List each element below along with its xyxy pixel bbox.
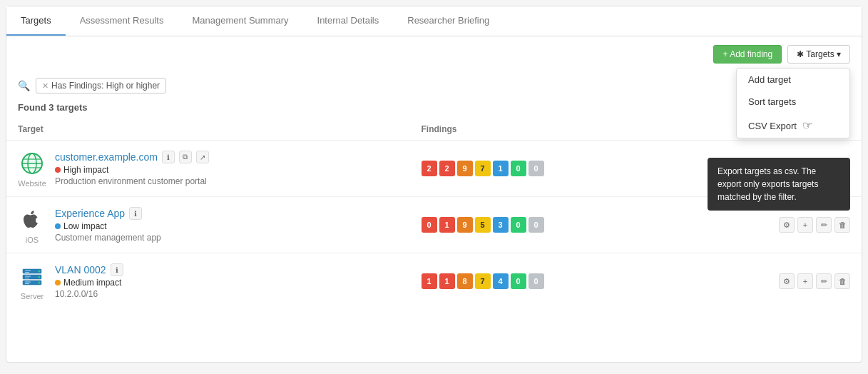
finding-badge: 0 (529, 161, 544, 176)
target-cell: Server VLAN 0002 ℹ Medium impact 10.2.0.… (6, 253, 410, 310)
target-icon-globe (18, 149, 46, 178)
target-type-label: Website (18, 179, 46, 188)
impact-label: Low impact (55, 221, 161, 231)
svg-point-8 (39, 271, 41, 273)
tab-targets[interactable]: Targets (6, 6, 66, 36)
impact-text: Medium impact (63, 278, 121, 288)
search-icon: 🔍 (18, 80, 30, 91)
finding-badge: 5 (475, 217, 491, 233)
info-icon[interactable]: ℹ (129, 207, 142, 220)
info-icon[interactable]: ℹ (111, 263, 123, 276)
impact-dot (55, 280, 61, 285)
toolbar: + Add finding ✱ Targets ▾ Add target Sor… (6, 36, 862, 72)
finding-badge: 1 (422, 273, 437, 289)
delete-button[interactable]: 🗑 (834, 217, 850, 233)
tab-researcher-briefing[interactable]: Researcher Briefing (393, 6, 504, 36)
edit-button[interactable]: ✏ (816, 217, 832, 233)
target-cell: Website customer.example.com ℹ ⧉ ↗ High … (6, 141, 410, 197)
add-button[interactable]: + (797, 273, 813, 289)
svg-rect-13 (25, 276, 31, 277)
impact-text: High impact (63, 165, 108, 175)
targets-table: Target Findings Actions Website (6, 118, 862, 309)
finding-badge: 1 (439, 273, 455, 289)
target-type-label: iOS (26, 236, 39, 244)
cursor-icon: ☞ (802, 118, 812, 132)
target-info: Experience App ℹ Low impact Customer man… (55, 207, 161, 243)
impact-dot (55, 223, 61, 229)
svg-rect-11 (25, 271, 31, 271)
finding-badge: 0 (422, 217, 437, 233)
svg-rect-14 (25, 278, 29, 278)
finding-badge: 0 (511, 161, 526, 176)
config-button[interactable]: ⚙ (779, 217, 795, 233)
target-description: Production environment customer portal (55, 176, 209, 186)
finding-badge: 2 (422, 161, 437, 176)
filter-tag: ✕ Has Findings: High or higher (36, 78, 166, 94)
finding-badge: 1 (493, 161, 509, 176)
finding-badge: 4 (493, 273, 509, 289)
finding-badge: 0 (511, 217, 526, 233)
finding-badge: 0 (529, 273, 544, 289)
svg-point-9 (39, 276, 41, 278)
svg-rect-15 (25, 282, 31, 283)
delete-button[interactable]: 🗑 (834, 273, 850, 289)
config-button[interactable]: ⚙ (779, 273, 795, 289)
target-name[interactable]: VLAN 0002 ℹ (55, 263, 123, 276)
impact-text: Low impact (63, 221, 107, 231)
target-type-label: Server (21, 292, 44, 300)
findings-cell: 2297100 (410, 141, 685, 197)
tab-assessment-results[interactable]: Assessment Results (66, 6, 178, 36)
finding-badge: 9 (457, 217, 473, 233)
external-link-icon[interactable]: ↗ (196, 151, 209, 163)
impact-label: Medium impact (55, 278, 123, 288)
target-info: VLAN 0002 ℹ Medium impact 10.2.0.0/16 (55, 263, 123, 299)
svg-rect-16 (25, 283, 29, 284)
target-icon-apple (18, 206, 46, 234)
target-name[interactable]: Experience App ℹ (55, 207, 161, 220)
tab-management-summary[interactable]: Management Summary (178, 6, 302, 36)
svg-rect-12 (25, 272, 29, 273)
target-info: customer.example.com ℹ ⧉ ↗ High impact P… (55, 151, 209, 186)
target-description: Customer management app (55, 233, 161, 243)
col-findings: Findings (410, 118, 685, 141)
found-count: Found 3 targets (6, 99, 862, 118)
table-row: Server VLAN 0002 ℹ Medium impact 10.2.0.… (6, 253, 862, 310)
finding-badge: 2 (439, 161, 455, 176)
finding-badge: 7 (475, 273, 491, 289)
targets-dropdown-menu: Add target Sort targets CSV Export ☞ (736, 68, 850, 138)
copy-icon[interactable]: ⧉ (179, 151, 192, 163)
col-target: Target (6, 118, 410, 141)
finding-badge: 3 (493, 217, 509, 233)
finding-badge: 0 (529, 217, 544, 233)
target-name[interactable]: customer.example.com ℹ ⧉ ↗ (55, 151, 209, 163)
dropdown-sort-targets[interactable]: Sort targets (737, 91, 849, 113)
target-cell: iOS Experience App ℹ Low impact Customer… (6, 197, 410, 253)
edit-button[interactable]: ✏ (816, 273, 832, 289)
finding-badge: 0 (511, 273, 526, 289)
dropdown-csv-export[interactable]: CSV Export ☞ (737, 113, 849, 138)
tab-internal-details[interactable]: Internal Details (303, 6, 394, 36)
add-button[interactable]: + (797, 217, 813, 233)
finding-badge: 8 (457, 273, 473, 289)
targets-dropdown-button[interactable]: ✱ Targets ▾ (787, 45, 850, 64)
findings-cell: 0195300 (410, 197, 685, 253)
svg-point-10 (39, 282, 41, 284)
tab-bar: Targets Assessment Results Management Su… (6, 6, 862, 36)
add-finding-button[interactable]: + Add finding (713, 45, 782, 64)
findings-cell: 1187400 (410, 253, 685, 310)
finding-badge: 1 (439, 217, 455, 233)
target-description: 10.2.0.0/16 (55, 289, 123, 299)
csv-export-tooltip: Export targets as csv. The export only e… (708, 158, 850, 211)
finding-badge: 7 (475, 161, 491, 176)
impact-label: High impact (55, 165, 209, 175)
main-container: Targets Assessment Results Management Su… (6, 6, 862, 363)
dropdown-add-target[interactable]: Add target (737, 69, 849, 91)
filter-remove-button[interactable]: ✕ (42, 81, 48, 91)
actions-cell: ⚙ + ✏ 🗑 (684, 253, 862, 310)
target-icon-server (18, 262, 46, 290)
impact-dot (55, 167, 61, 173)
finding-badge: 9 (457, 161, 473, 176)
info-icon[interactable]: ℹ (162, 151, 175, 163)
search-area: 🔍 ✕ Has Findings: High or higher (6, 72, 862, 99)
filter-tag-label: Has Findings: High or higher (51, 81, 160, 91)
